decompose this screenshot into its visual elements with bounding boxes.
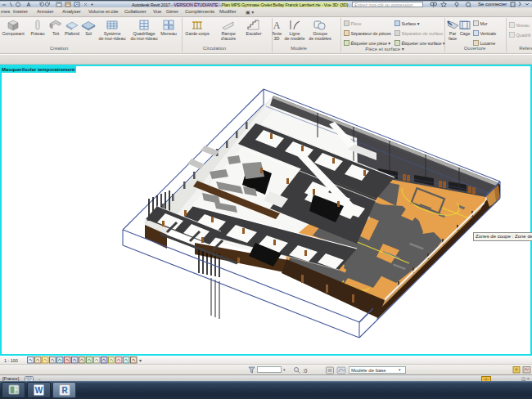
svg-text:A: A xyxy=(273,20,281,31)
svg-text::0: :0 xyxy=(303,368,308,374)
svg-text:R: R xyxy=(61,386,68,395)
svg-text:W: W xyxy=(35,386,43,395)
